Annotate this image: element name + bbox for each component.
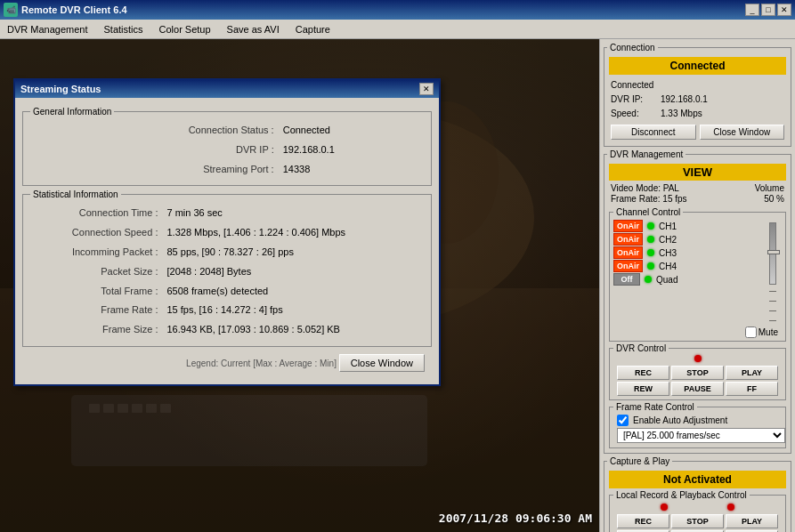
capture-play-section: Capture & Play Not Activated Local Recor… xyxy=(604,456,791,532)
conn-speed-value: 1.328 Mbps, [1.406 : 1.224 : 0.406] Mbps xyxy=(166,224,422,242)
dvr-management-section: DVR Management VIEW Video Mode: PAL Volu… xyxy=(604,149,791,454)
incoming-pkt-label: Incomming Packet : xyxy=(32,244,165,262)
volume-display: Volume xyxy=(755,183,784,193)
conn-status-value: Connected xyxy=(283,122,422,140)
speed-label: Speed: xyxy=(611,107,655,121)
rew-button[interactable]: REW xyxy=(617,382,669,396)
ch1-led xyxy=(647,222,654,230)
dvr-control-led-row xyxy=(613,355,782,362)
channel-volume-layout: OnAir CH1 OnAir CH2 OnAir xyxy=(613,219,782,326)
ch1-status-btn[interactable]: OnAir xyxy=(613,220,643,232)
quad-led xyxy=(645,276,652,283)
menu-dvr-management[interactable]: DVR Management xyxy=(4,22,92,36)
auto-adjust-row: Enable Auto Adjustment xyxy=(613,414,782,427)
framerate-select[interactable]: [PAL] 25.000 frames/sec xyxy=(617,428,785,443)
volume-thumb[interactable] xyxy=(767,250,780,254)
right-panel: Connection Connected Connected DVR IP: 1… xyxy=(599,39,795,532)
disconnect-button[interactable]: Disconnect xyxy=(611,125,696,140)
menu-statistics[interactable]: Statistics xyxy=(101,22,147,36)
table-row: Frame Rate : 15 fps, [16 : 14.272 : 4] f… xyxy=(32,302,422,319)
ff-button[interactable]: FF xyxy=(726,382,778,396)
dialog-body: General Information Connection Status : … xyxy=(15,98,439,384)
video-info-row: Video Mode: PAL Volume xyxy=(607,182,788,194)
ch4-status-btn[interactable]: OnAir xyxy=(613,260,643,272)
view-bar: VIEW xyxy=(609,164,786,181)
dvr-control-grid: REC STOP PLAY REW PAUSE FF xyxy=(613,364,782,398)
local-record-fieldset: Local Record & Playback Control REC STOP… xyxy=(609,490,786,532)
svg-rect-7 xyxy=(132,404,142,413)
dvr-ip-label: DVR IP: xyxy=(611,93,655,107)
dialog-close-button[interactable]: ✕ xyxy=(419,83,434,95)
capture-stop-button[interactable]: STOP xyxy=(671,514,724,528)
conn-status-label: Connection Status : xyxy=(32,122,281,140)
dvr-ip-row: DVR IP: 192.168.0.1 xyxy=(611,93,784,107)
maximize-button[interactable]: □ xyxy=(761,4,775,16)
quad-status-btn[interactable]: Off xyxy=(613,273,640,286)
table-row: DVR IP : 192.168.0.1 xyxy=(32,141,422,159)
pkt-size-value: [2048 : 2048] Bytes xyxy=(166,263,422,281)
dvr-management-legend: DVR Management xyxy=(607,149,685,159)
mute-checkbox[interactable] xyxy=(745,326,757,338)
statistical-info-fieldset: Statistical Information Connection Time … xyxy=(22,189,432,347)
ch2-led xyxy=(647,236,654,243)
channel-control-legend: Channel Control xyxy=(613,207,683,217)
table-row: Streaming Port : 14338 xyxy=(32,161,422,179)
ch2-status-btn[interactable]: OnAir xyxy=(613,233,643,246)
streaming-status-dialog: Streaming Status ✕ General Information C… xyxy=(13,78,441,386)
minimize-button[interactable]: _ xyxy=(745,4,759,16)
speed-value: 1.33 Mbps xyxy=(661,107,702,121)
close-button[interactable]: ✕ xyxy=(777,4,791,16)
frame-size-label: Frame Size : xyxy=(32,321,165,339)
channel-2-row: OnAir CH2 xyxy=(613,233,764,246)
frame-volume-row: Frame Rate: 15 fps 50 % xyxy=(607,194,788,206)
menu-capture[interactable]: Capture xyxy=(292,22,334,36)
local-record-legend: Local Record & Playback Control xyxy=(613,490,750,500)
svg-rect-6 xyxy=(118,404,128,413)
volume-track[interactable] xyxy=(769,222,776,285)
connection-section: Connection Connected Connected DVR IP: 1… xyxy=(604,43,791,147)
volume-slider-area[interactable]: ———— xyxy=(764,219,782,326)
play-button[interactable]: PLAY xyxy=(726,366,778,380)
table-row: Total Frame : 6508 frame(s) detected xyxy=(32,283,422,301)
dialog-close-window-button[interactable]: Close Window xyxy=(339,354,425,372)
window-controls[interactable]: _ □ ✕ xyxy=(745,4,791,16)
dvr-ip-label: DVR IP : xyxy=(32,141,281,159)
menu-save-as-avi[interactable]: Save as AVI xyxy=(223,22,283,36)
frame-rate-label: Frame Rate : xyxy=(32,302,165,319)
stop-button[interactable]: STOP xyxy=(671,366,724,380)
svg-rect-8 xyxy=(146,404,157,413)
framerate-control-fieldset: Frame Rate Control Enable Auto Adjustmen… xyxy=(609,402,786,448)
capture-rec-button[interactable]: REC xyxy=(617,514,669,528)
legend-text: Legend: Current [Max : Average : Min] xyxy=(186,359,337,368)
video-mode-display: Video Mode: PAL xyxy=(611,183,679,193)
ch3-status-btn[interactable]: OnAir xyxy=(613,246,643,259)
auto-adjust-label: Enable Auto Adjustment xyxy=(633,415,727,425)
ch2-label: CH2 xyxy=(659,235,677,245)
title-bar: 📹 Remote DVR Client 6.4 _ □ ✕ xyxy=(0,0,795,20)
conn-time-label: Connection Time : xyxy=(32,205,165,222)
table-row: Frame Size : 16.943 KB, [17.093 : 10.869… xyxy=(32,321,422,339)
pause-button[interactable]: PAUSE xyxy=(671,382,724,396)
menu-color-setup[interactable]: Color Setup xyxy=(156,22,215,36)
volume-value: 50 % xyxy=(764,194,784,204)
framerate-control-legend: Frame Rate Control xyxy=(613,402,697,412)
auto-adjust-checkbox[interactable] xyxy=(617,415,629,426)
quad-row: Off Quad xyxy=(613,273,764,286)
ch1-label: CH1 xyxy=(659,222,677,231)
connected-label: Connected xyxy=(611,78,784,93)
channel-1-row: OnAir CH1 xyxy=(613,220,764,232)
channel-3-row: OnAir CH3 xyxy=(613,246,764,259)
capture-play-button[interactable]: PLAY xyxy=(726,514,778,528)
frame-rate-display: Frame Rate: 15 fps xyxy=(611,194,687,204)
volume-value-display: 50 % xyxy=(764,194,784,204)
ch3-led xyxy=(647,249,654,256)
close-window-button[interactable]: Close Window xyxy=(700,125,785,140)
mute-row: Mute xyxy=(613,326,782,339)
rec-button[interactable]: REC xyxy=(617,366,669,380)
video-mode-label: Video Mode: xyxy=(611,183,661,193)
conn-time-value: 7 min 36 sec xyxy=(166,205,422,222)
general-info-legend: General Information xyxy=(30,107,114,117)
speed-row: Speed: 1.33 Mbps xyxy=(611,107,784,121)
capture-play-legend: Capture & Play xyxy=(607,456,672,466)
ch4-led xyxy=(647,262,654,270)
